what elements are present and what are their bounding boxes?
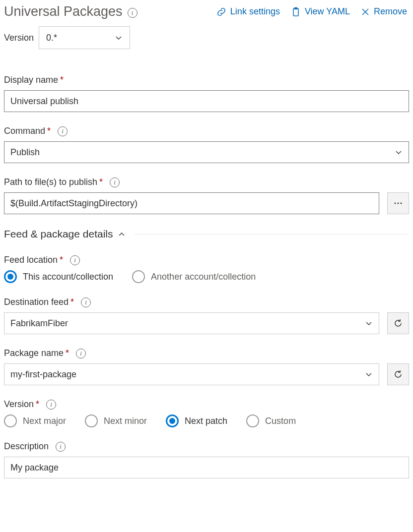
info-icon[interactable]: i xyxy=(70,255,80,265)
radio-circle-icon xyxy=(85,414,98,427)
link-icon xyxy=(216,7,226,17)
clipboard-icon xyxy=(291,7,301,17)
description-input[interactable] xyxy=(4,457,409,478)
info-icon[interactable]: i xyxy=(58,126,68,136)
link-settings-label: Link settings xyxy=(230,6,280,17)
info-icon[interactable]: i xyxy=(81,297,91,307)
radio-label: Next major xyxy=(23,416,66,426)
command-select[interactable]: Publish xyxy=(4,141,409,163)
radio-label: Custom xyxy=(265,416,296,426)
remove-button[interactable]: Remove xyxy=(361,6,407,17)
task-version-label: Version xyxy=(4,33,34,43)
radio-dot-icon xyxy=(166,414,179,427)
radio-feed-another-account[interactable]: Another account/collection xyxy=(132,270,256,283)
radio-label: Next patch xyxy=(185,416,227,426)
chevron-down-icon xyxy=(395,148,403,156)
view-yaml-button[interactable]: View YAML xyxy=(291,6,350,17)
refresh-destination-button[interactable] xyxy=(387,312,409,334)
refresh-icon xyxy=(393,318,403,328)
radio-next-patch[interactable]: Next patch xyxy=(166,414,227,427)
chevron-up-icon xyxy=(118,230,126,238)
destination-feed-select[interactable]: FabrikamFiber xyxy=(4,312,379,334)
radio-circle-icon xyxy=(4,414,17,427)
radio-feed-this-account[interactable]: This account/collection xyxy=(4,270,113,283)
radio-next-minor[interactable]: Next minor xyxy=(85,414,147,427)
radio-circle-icon xyxy=(246,414,259,427)
close-icon xyxy=(361,7,370,16)
radio-custom[interactable]: Custom xyxy=(246,414,296,427)
destination-feed-value: FabrikamFiber xyxy=(10,318,68,329)
description-label: Description xyxy=(4,441,49,452)
divider xyxy=(135,234,409,235)
path-input[interactable] xyxy=(4,192,379,214)
view-yaml-label: View YAML xyxy=(305,6,350,17)
package-name-value: my-first-package xyxy=(10,369,76,380)
task-version-value: 0.* xyxy=(46,33,57,43)
refresh-package-button[interactable] xyxy=(387,363,409,385)
destination-feed-label: Destination feed xyxy=(4,297,69,307)
radio-label: This account/collection xyxy=(23,272,113,282)
chevron-down-icon xyxy=(115,34,123,42)
section-title: Feed & package details xyxy=(4,228,113,240)
task-version-select[interactable]: 0.* xyxy=(39,26,130,49)
display-name-input[interactable] xyxy=(4,90,409,112)
more-icon xyxy=(394,199,403,208)
info-icon[interactable]: i xyxy=(110,177,120,187)
package-name-select[interactable]: my-first-package xyxy=(4,363,379,385)
info-icon[interactable]: i xyxy=(56,442,66,452)
section-toggle-feed-details[interactable]: Feed & package details xyxy=(4,228,409,240)
path-label: Path to file(s) to publish xyxy=(4,177,97,187)
command-value: Publish xyxy=(10,147,40,158)
browse-button[interactable] xyxy=(387,192,409,214)
radio-next-major[interactable]: Next major xyxy=(4,414,66,427)
command-label: Command xyxy=(4,126,45,136)
page-title: Universal Packages xyxy=(4,4,123,19)
feed-location-label: Feed location xyxy=(4,255,58,265)
package-name-label: Package name xyxy=(4,348,64,358)
info-icon[interactable]: i xyxy=(76,349,86,358)
svg-point-4 xyxy=(395,203,396,204)
refresh-icon xyxy=(393,369,403,379)
remove-label: Remove xyxy=(374,6,407,17)
version-label: Version xyxy=(4,399,34,409)
info-icon[interactable]: i xyxy=(46,400,56,410)
radio-label: Next minor xyxy=(104,416,147,426)
radio-label: Another account/collection xyxy=(151,272,256,282)
svg-point-5 xyxy=(398,203,399,204)
chevron-down-icon xyxy=(365,370,373,378)
svg-point-6 xyxy=(401,203,402,204)
link-settings-button[interactable]: Link settings xyxy=(216,6,280,17)
radio-circle-icon xyxy=(132,270,145,283)
chevron-down-icon xyxy=(365,319,373,327)
radio-dot-icon xyxy=(4,270,17,283)
info-icon[interactable]: i xyxy=(128,8,138,18)
display-name-label: Display name xyxy=(4,75,58,85)
